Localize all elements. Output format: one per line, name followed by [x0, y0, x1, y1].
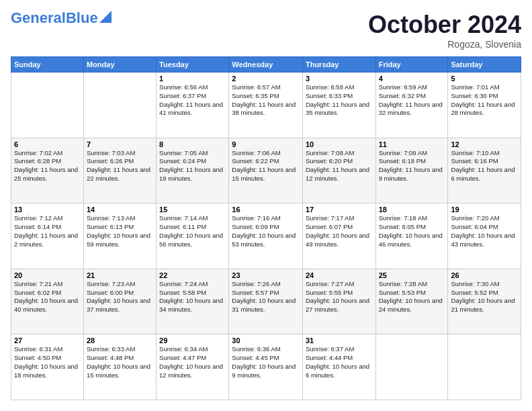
day-info: Sunrise: 6:56 AM Sunset: 6:37 PM Dayligh…	[159, 83, 226, 118]
day-info: Sunrise: 7:08 AM Sunset: 6:20 PM Dayligh…	[306, 149, 373, 183]
table-row: 18 Sunrise: 7:18 AM Sunset: 6:05 PM Dayl…	[375, 203, 448, 269]
table-row: 5 Sunrise: 7:01 AM Sunset: 6:30 PM Dayli…	[448, 73, 521, 138]
sunset-text: Sunset: 6:33 PM	[306, 92, 373, 101]
table-row: 17 Sunrise: 7:17 AM Sunset: 6:07 PM Dayl…	[302, 203, 375, 269]
day-number: 25	[379, 271, 445, 279]
daylight-text: Daylight: 11 hours and 6 minutes.	[451, 166, 518, 183]
day-info: Sunrise: 7:27 AM Sunset: 5:55 PM Dayligh…	[306, 280, 373, 314]
day-info: Sunrise: 7:02 AM Sunset: 6:28 PM Dayligh…	[14, 149, 81, 183]
daylight-text: Daylight: 10 hours and 18 minutes.	[14, 363, 81, 380]
table-row: 31 Sunrise: 6:37 AM Sunset: 4:44 PM Dayl…	[302, 334, 375, 400]
sunset-text: Sunset: 4:44 PM	[306, 354, 373, 363]
daylight-text: Daylight: 10 hours and 12 minutes.	[159, 363, 226, 380]
daylight-text: Daylight: 10 hours and 49 minutes.	[306, 232, 373, 249]
day-info: Sunrise: 7:05 AM Sunset: 6:24 PM Dayligh…	[159, 149, 226, 183]
daylight-text: Daylight: 11 hours and 19 minutes.	[159, 166, 226, 183]
sunset-text: Sunset: 6:13 PM	[87, 223, 153, 232]
sunset-text: Sunset: 6:24 PM	[159, 157, 226, 166]
day-info: Sunrise: 6:37 AM Sunset: 4:44 PM Dayligh…	[306, 345, 373, 379]
day-number: 26	[451, 271, 518, 279]
sunrise-text: Sunrise: 7:13 AM	[87, 214, 153, 223]
day-number: 31	[306, 336, 373, 345]
sunset-text: Sunset: 6:28 PM	[14, 157, 81, 166]
sunrise-text: Sunrise: 6:57 AM	[232, 83, 300, 92]
sunrise-text: Sunrise: 7:12 AM	[14, 214, 81, 223]
daylight-text: Daylight: 11 hours and 15 minutes.	[232, 166, 300, 183]
table-row: 13 Sunrise: 7:12 AM Sunset: 6:14 PM Dayl…	[11, 203, 84, 269]
col-monday: Monday	[83, 57, 156, 73]
sunset-text: Sunset: 5:53 PM	[379, 289, 445, 298]
day-info: Sunrise: 6:36 AM Sunset: 4:45 PM Dayligh…	[232, 345, 300, 379]
sunset-text: Sunset: 6:04 PM	[451, 223, 518, 232]
day-number: 3	[306, 75, 373, 83]
sunrise-text: Sunrise: 7:09 AM	[379, 149, 445, 158]
sunrise-text: Sunrise: 6:59 AM	[379, 83, 445, 92]
day-number: 1	[159, 75, 226, 83]
sunrise-text: Sunrise: 7:16 AM	[232, 214, 300, 223]
table-row: 24 Sunrise: 7:27 AM Sunset: 5:55 PM Dayl…	[302, 269, 375, 334]
calendar-week-row: 6 Sunrise: 7:02 AM Sunset: 6:28 PM Dayli…	[11, 138, 521, 203]
day-info: Sunrise: 7:10 AM Sunset: 6:16 PM Dayligh…	[451, 149, 518, 183]
daylight-text: Daylight: 10 hours and 59 minutes.	[87, 232, 153, 249]
day-info: Sunrise: 7:28 AM Sunset: 5:53 PM Dayligh…	[379, 280, 445, 314]
sunset-text: Sunset: 6:07 PM	[306, 223, 373, 232]
sunrise-text: Sunrise: 7:03 AM	[87, 149, 153, 158]
day-number: 27	[14, 336, 81, 345]
table-row: 20 Sunrise: 7:21 AM Sunset: 6:02 PM Dayl…	[11, 269, 84, 334]
day-info: Sunrise: 7:01 AM Sunset: 6:30 PM Dayligh…	[451, 83, 518, 118]
day-info: Sunrise: 7:12 AM Sunset: 6:14 PM Dayligh…	[14, 214, 81, 248]
day-number: 21	[87, 271, 153, 279]
sunset-text: Sunset: 5:52 PM	[451, 289, 518, 298]
col-tuesday: Tuesday	[157, 57, 229, 73]
daylight-text: Daylight: 10 hours and 46 minutes.	[379, 232, 445, 249]
day-info: Sunrise: 7:06 AM Sunset: 6:22 PM Dayligh…	[232, 149, 300, 183]
daylight-text: Daylight: 11 hours and 2 minutes.	[14, 232, 81, 249]
day-number: 7	[87, 140, 153, 148]
calendar-week-row: 27 Sunrise: 6:31 AM Sunset: 4:50 PM Dayl…	[11, 334, 521, 400]
sunrise-text: Sunrise: 7:01 AM	[451, 83, 518, 92]
col-wednesday: Wednesday	[229, 57, 303, 73]
daylight-text: Daylight: 11 hours and 32 minutes.	[379, 101, 445, 118]
sunset-text: Sunset: 4:50 PM	[14, 354, 81, 363]
sunrise-text: Sunrise: 7:17 AM	[306, 214, 373, 223]
sunrise-text: Sunrise: 7:21 AM	[14, 280, 81, 289]
table-row: 26 Sunrise: 7:30 AM Sunset: 5:52 PM Dayl…	[448, 269, 521, 334]
col-friday: Friday	[375, 57, 448, 73]
sunrise-text: Sunrise: 6:36 AM	[232, 345, 300, 354]
day-info: Sunrise: 7:17 AM Sunset: 6:07 PM Dayligh…	[306, 214, 373, 248]
daylight-text: Daylight: 10 hours and 15 minutes.	[87, 363, 153, 380]
sunrise-text: Sunrise: 7:20 AM	[451, 214, 518, 223]
table-row: 4 Sunrise: 6:59 AM Sunset: 6:32 PM Dayli…	[375, 73, 448, 138]
table-row: 2 Sunrise: 6:57 AM Sunset: 6:35 PM Dayli…	[229, 73, 303, 138]
sunset-text: Sunset: 6:11 PM	[159, 223, 226, 232]
day-number: 20	[14, 271, 81, 279]
table-row: 25 Sunrise: 7:28 AM Sunset: 5:53 PM Dayl…	[375, 269, 448, 334]
day-number: 15	[159, 205, 226, 214]
col-sunday: Sunday	[11, 57, 84, 73]
table-row: 3 Sunrise: 6:58 AM Sunset: 6:33 PM Dayli…	[302, 73, 375, 138]
sunset-text: Sunset: 6:00 PM	[87, 289, 153, 298]
calendar-week-row: 20 Sunrise: 7:21 AM Sunset: 6:02 PM Dayl…	[11, 269, 521, 334]
sunset-text: Sunset: 6:32 PM	[379, 92, 445, 101]
table-row: 11 Sunrise: 7:09 AM Sunset: 6:18 PM Dayl…	[375, 138, 448, 203]
table-row: 10 Sunrise: 7:08 AM Sunset: 6:20 PM Dayl…	[302, 138, 375, 203]
sunrise-text: Sunrise: 7:18 AM	[379, 214, 445, 223]
day-number: 11	[379, 140, 445, 148]
day-info: Sunrise: 7:18 AM Sunset: 6:05 PM Dayligh…	[379, 214, 445, 248]
daylight-text: Daylight: 10 hours and 37 minutes.	[87, 297, 153, 314]
logo-general: General	[11, 9, 66, 26]
day-info: Sunrise: 7:24 AM Sunset: 5:58 PM Dayligh…	[159, 280, 226, 314]
table-row	[375, 334, 448, 400]
table-row: 7 Sunrise: 7:03 AM Sunset: 6:26 PM Dayli…	[83, 138, 156, 203]
table-row: 21 Sunrise: 7:23 AM Sunset: 6:00 PM Dayl…	[83, 269, 156, 334]
calendar-week-row: 13 Sunrise: 7:12 AM Sunset: 6:14 PM Dayl…	[11, 203, 521, 269]
day-number: 5	[451, 75, 518, 83]
title-block: October 2024 Rogoza, Slovenia	[368, 11, 521, 50]
day-info: Sunrise: 6:31 AM Sunset: 4:50 PM Dayligh…	[14, 345, 81, 379]
calendar-week-row: 1 Sunrise: 6:56 AM Sunset: 6:37 PM Dayli…	[11, 73, 521, 138]
day-info: Sunrise: 7:14 AM Sunset: 6:11 PM Dayligh…	[159, 214, 226, 248]
daylight-text: Daylight: 10 hours and 43 minutes.	[451, 232, 518, 249]
sunset-text: Sunset: 6:22 PM	[232, 157, 300, 166]
sunrise-text: Sunrise: 7:08 AM	[306, 149, 373, 158]
sunset-text: Sunset: 6:26 PM	[87, 157, 153, 166]
